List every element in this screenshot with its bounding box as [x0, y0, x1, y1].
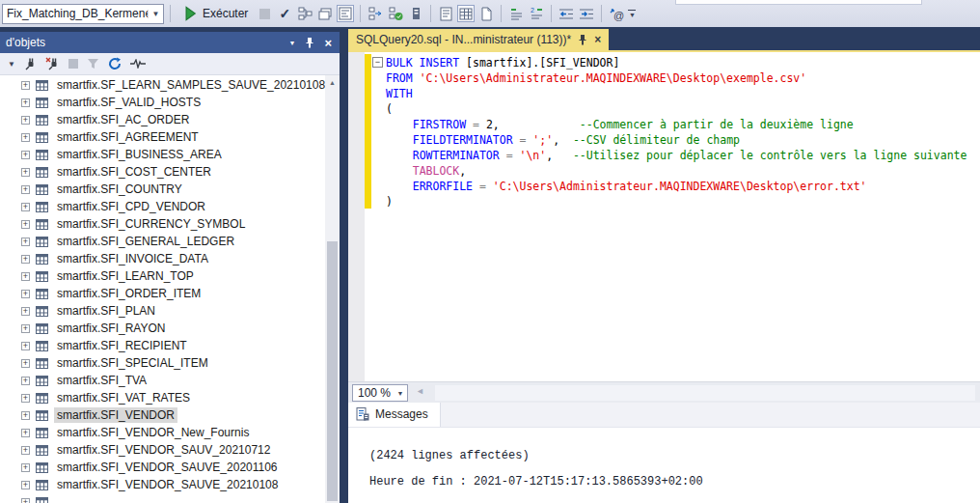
pin-icon[interactable] — [578, 34, 587, 45]
table-name[interactable]: smartfix.SFI_RECIPIENT — [54, 338, 190, 353]
tree-item[interactable]: +smartfix.SFI_RECIPIENT — [0, 337, 340, 354]
tab-messages[interactable]: Messages — [348, 402, 441, 427]
tree-item[interactable]: +smartfix.SFI_LEARN_TOP — [0, 267, 340, 285]
intellisense-icon[interactable] — [337, 5, 354, 22]
tree-item[interactable]: +smartfix.SFI_TVA — [0, 372, 340, 389]
table-name[interactable]: smartfix.SFI_RAYON — [54, 321, 168, 336]
table-name[interactable]: smartfix.SFI_GENERAL_LEDGER — [54, 234, 237, 249]
scrollbar-thumb[interactable] — [327, 241, 338, 501]
tree-item[interactable]: +smartfix.SFI_GENERAL_LEDGER — [0, 233, 340, 250]
table-name[interactable]: smartfix.SFI_COST_CENTER — [54, 164, 214, 180]
tree-item[interactable]: +smartfix.SFI_VENDOR — [0, 406, 340, 424]
expand-icon[interactable]: + — [21, 133, 30, 142]
tree-item[interactable]: +smartfix.SFI_VENDOR_SAUVE_20201106 — [0, 459, 340, 476]
table-name[interactable]: smartfix.SFI_ORDER_ITEM — [54, 286, 204, 301]
table-name[interactable]: smartfix.SFI_VENDOR_SAUVE_20210108 — [54, 477, 281, 492]
tree-item[interactable]: +smartfix.SF_LEARN_SAMPLES_SAUVE_2021010… — [0, 76, 340, 94]
query-document-tab[interactable]: SQLQuery20.sql - IN...ministrateur (113)… — [348, 29, 609, 50]
expand-icon[interactable]: + — [21, 446, 30, 455]
execute-button[interactable]: Exécuter — [177, 3, 253, 24]
table-name[interactable]: smartfix.SFI_AGREEMENT — [54, 129, 202, 145]
expand-icon[interactable]: + — [21, 151, 30, 159]
tree-item[interactable]: +smartfix.SFI_COUNTRY — [0, 181, 340, 198]
expand-icon[interactable]: + — [21, 238, 30, 246]
window-menu-icon[interactable]: ▼ — [288, 40, 295, 46]
expand-icon[interactable]: + — [21, 429, 30, 437]
results-text-icon[interactable] — [437, 5, 454, 22]
expand-icon[interactable]: + — [21, 324, 30, 333]
indent-icon[interactable] — [578, 5, 595, 22]
close-icon[interactable]: × — [594, 33, 601, 46]
chevron-down-icon[interactable]: ▼ — [148, 10, 163, 18]
activity-monitor-icon[interactable] — [130, 59, 146, 69]
chevron-down-icon[interactable]: ▼ — [394, 390, 407, 397]
comment-icon[interactable] — [507, 5, 525, 22]
connect-icon[interactable] — [24, 57, 37, 70]
expand-icon[interactable]: + — [21, 411, 30, 420]
table-name[interactable]: smartfix.SF_LEARN_SAMPLES_SAUVE_20210108 — [54, 77, 328, 93]
sql-code-editor[interactable]: − BULK INSERT [smartfix].[SFI_VENDOR]FRO… — [348, 52, 980, 381]
design-query-icon[interactable] — [387, 5, 404, 22]
tree-item[interactable]: +smartfix.SFI_PLAN — [0, 302, 340, 320]
query-options-icon[interactable] — [316, 5, 334, 22]
tree-item[interactable]: +smartfix.SFI_SPECIAL_ITEM — [0, 354, 340, 372]
expand-icon[interactable]: + — [21, 98, 30, 107]
expand-icon[interactable]: + — [21, 255, 30, 264]
table-name[interactable]: smartfix.SFI_INVOICE_DATA — [54, 251, 211, 266]
tree-item[interactable]: +smartfix.SFI_AC_ORDER — [0, 111, 340, 128]
expand-icon[interactable]: + — [21, 481, 30, 489]
table-name[interactable]: smartfix.SFI_VENDOR_SAUV_20210712 — [54, 442, 273, 458]
results-file-icon[interactable] — [477, 5, 495, 22]
pin-icon[interactable] — [305, 37, 314, 48]
table-name[interactable]: smartfix.SFI_CPD_VENDOR — [54, 199, 208, 214]
tree-item[interactable]: +smartfix.SFI_CURRENCY_SYMBOL — [0, 215, 340, 233]
tree-item[interactable]: +smartfix.SFI_VENDOR_New_Fournis — [0, 424, 340, 441]
close-icon[interactable]: × — [324, 36, 332, 50]
scroll-up-icon[interactable]: ▲ — [325, 75, 340, 90]
table-name[interactable]: smartfix.SFI_VENDOR — [54, 407, 177, 423]
table-name[interactable]: smartfix.SFI_PLAN — [54, 303, 158, 319]
table-name[interactable]: smartfix.SFI_CURRENCY_SYMBOL — [54, 216, 248, 232]
tree-item[interactable]: +smartfix.SFI_BUSINESS_AREA — [0, 146, 340, 163]
specify-values-icon[interactable] — [367, 5, 384, 22]
object-explorer-titlebar[interactable]: d'objets ▼ × — [0, 32, 340, 53]
table-name[interactable]: smartfix.SFI_COUNTRY — [54, 182, 185, 197]
scroll-left-icon[interactable]: ◄ — [416, 386, 424, 396]
tree-item[interactable]: +smartfix.SFI_RAYON — [0, 320, 340, 337]
database-selector[interactable]: Fix_Matching_DB_Kermene ▼ — [2, 4, 164, 24]
tree-item[interactable]: +smartfix.SFI_AGREEMENT — [0, 128, 340, 146]
expand-icon[interactable]: + — [21, 203, 30, 211]
table-name[interactable]: smartfix.SFI_VENDOR_New_Fournis — [54, 425, 252, 440]
table-name[interactable]: smartfix.SFI_TVA — [54, 373, 150, 388]
tree-item[interactable]: +smartfix.SFI_VENDOR_SAUVE_20210108 — [0, 476, 340, 493]
object-explorer-scrollbar[interactable]: ▲ — [325, 75, 340, 503]
tree-item[interactable]: +smartfix.SFI_ORDER_ITEM — [0, 285, 340, 302]
editor-zoom-select[interactable]: 100 % ▼ — [352, 384, 408, 402]
table-name[interactable]: smartfix.SF_VALID_HOSTS — [54, 95, 204, 110]
expand-icon[interactable]: + — [21, 377, 30, 385]
expand-icon[interactable]: + — [21, 220, 30, 229]
table-name[interactable]: smartfix.SFI_LEARN_TOP — [54, 268, 197, 284]
refresh-icon[interactable] — [108, 57, 122, 70]
expand-icon[interactable]: + — [21, 81, 30, 90]
tree-item[interactable]: +smartfix.SFI_CPD_VENDOR — [0, 198, 340, 215]
tree-item[interactable]: +smartfix.SFI_INVOICE_DATA — [0, 250, 340, 267]
expand-icon[interactable]: + — [21, 168, 30, 177]
scrollbar-thumb[interactable] — [435, 385, 975, 401]
expand-icon[interactable]: + — [21, 359, 30, 368]
expand-icon[interactable]: + — [21, 185, 30, 194]
expand-icon[interactable]: + — [21, 342, 30, 350]
estimated-plan-icon[interactable] — [296, 5, 313, 22]
table-name[interactable]: smartfix.SFI_AC_ORDER — [54, 112, 192, 127]
expand-icon[interactable]: + — [21, 394, 30, 403]
table-name[interactable]: smartfix.SFI_BUSINESS_AREA — [54, 147, 225, 162]
expand-icon[interactable]: + — [21, 116, 30, 125]
expand-icon[interactable]: + — [21, 307, 30, 316]
sqlcmd-icon[interactable]: @ — [608, 5, 625, 22]
disconnect-icon[interactable] — [45, 57, 60, 70]
tree-item[interactable]: +smartfix.SFI_VENDOR_SAUV_20210712 — [0, 441, 340, 459]
expand-icon[interactable]: + — [21, 290, 30, 298]
table-name[interactable]: smartfix.SFI_VAT_RATES — [54, 390, 193, 405]
template-params-icon[interactable] — [407, 5, 424, 22]
parse-check-icon[interactable]: ✓ — [276, 5, 293, 22]
